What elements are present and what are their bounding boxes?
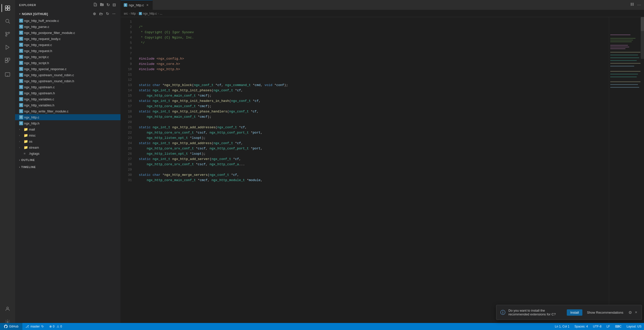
install-button[interactable]: Install xyxy=(567,309,582,316)
c-file-icon: C xyxy=(19,55,23,59)
file-item-ngx-http-request-c[interactable]: C ngx_http_request.c xyxy=(15,42,120,48)
file-item-ngx-upstream-c[interactable]: C ngx_http_upstream.c xyxy=(15,84,120,90)
outline-section[interactable]: › OUTLINE xyxy=(15,156,120,163)
new-file-btn[interactable]: ⊕ xyxy=(92,11,97,17)
eol-setting[interactable]: LF xyxy=(604,323,613,330)
sidebar-title: Explorer xyxy=(19,4,36,7)
code-line-29 xyxy=(135,167,609,172)
folder-misc-icon: 📁 xyxy=(24,133,28,137)
language-mode[interactable]: ⌨ C xyxy=(613,323,624,330)
file-item-ngx-http-script-h[interactable]: C ngx_http_script.h xyxy=(15,60,120,66)
editor-area: C ngx_http.c × ··· src › http xyxy=(121,0,644,330)
file-item-ngx-variables-c[interactable]: C ngx_http_variables.c xyxy=(15,96,120,102)
folder-stream[interactable]: › 📁 stream xyxy=(15,144,120,150)
search-icon[interactable] xyxy=(2,15,14,27)
outline-chevron: › xyxy=(19,159,20,161)
sync-icon: ↻ xyxy=(41,325,44,328)
notification-gear-icon[interactable]: ⚙ xyxy=(628,310,632,315)
code-line-31: ngx_http_core_main_conf_t *cmcf, ngx_htt… xyxy=(135,178,609,183)
file-item-ngx-http-parse[interactable]: C ngx_http_parse.c xyxy=(15,24,120,30)
file-item-ngx-http-postpone[interactable]: C ngx_http_postpone_filter_module.c xyxy=(15,30,120,36)
file-item-ngx-http-huff-encode[interactable]: C ngx_http_huff_encode.c xyxy=(15,18,120,24)
code-line-28: ngx_http_core_srv_conf_t *cscf, ngx_http… xyxy=(135,162,609,167)
c-file-icon: C xyxy=(19,115,23,119)
warnings-icon: ⚠ xyxy=(57,325,59,328)
folder-chevron: › xyxy=(19,146,23,149)
encoding-text: UTF-8 xyxy=(593,325,601,328)
file-item-ngx-upstream-h[interactable]: C ngx_http_upstream.h xyxy=(15,90,120,96)
c-file-icon: C xyxy=(19,31,23,35)
breadcrumb-http[interactable]: http xyxy=(131,12,136,15)
source-control-icon[interactable] xyxy=(2,28,14,40)
show-recommendations-button[interactable]: Show Recommendations xyxy=(584,309,626,316)
cursor-position[interactable]: Ln 1, Col 1 xyxy=(552,323,572,330)
split-editor-icon[interactable] xyxy=(629,1,635,9)
svg-line-5 xyxy=(9,22,10,23)
remote-explorer-icon[interactable] xyxy=(2,68,14,80)
errors-status[interactable]: ⊗ 0 ⚠ 0 xyxy=(47,323,64,330)
file-item-ngx-http-h[interactable]: C ngx_http.h xyxy=(15,120,120,126)
refresh-btn[interactable]: ↻ xyxy=(105,11,110,17)
github-status-button[interactable]: GitHub xyxy=(0,323,22,330)
breadcrumb-sep-1: › xyxy=(129,12,130,15)
code-area: 12345 678910 1112131415 1617181920 21222… xyxy=(121,17,644,330)
code-line-22: ngx_http_core_srv_conf_t *cscf, ngx_http… xyxy=(135,130,609,135)
timeline-section[interactable]: › TIMELINE xyxy=(15,163,120,171)
breadcrumb-src[interactable]: src xyxy=(124,12,128,15)
layout-setting[interactable]: Layout: US xyxy=(624,323,644,330)
github-label: GitHub xyxy=(9,325,18,328)
file-item-ngx-variables-h[interactable]: C ngx_http_variables.h xyxy=(15,102,120,108)
more-tabs-icon[interactable]: ··· xyxy=(636,1,642,9)
repo-header[interactable]: ▾ NGINX [GITHUB] ⊕ 🗁 ↻ ··· xyxy=(15,10,120,18)
tab-file-icon: C xyxy=(124,3,127,7)
folder-misc[interactable]: › 📁 misc xyxy=(15,132,120,138)
code-line-30: static char *ngx_http_merge_servers(ngx_… xyxy=(135,172,609,178)
code-line-12 xyxy=(135,77,609,82)
file-hgtags[interactable]: › ≡ .hgtags xyxy=(15,150,120,156)
account-icon[interactable] xyxy=(2,303,14,315)
new-folder-icon[interactable] xyxy=(99,2,104,8)
file-item-ngx-http-request-body[interactable]: C ngx_http_request_body.c xyxy=(15,36,120,42)
hgtags-icon: ≡ xyxy=(24,152,28,155)
more-btn[interactable]: ··· xyxy=(111,11,116,17)
c-file-icon: C xyxy=(19,67,23,71)
folder-stream-icon: 📁 xyxy=(24,145,28,149)
code-line-25: ngx_http_core_srv_conf_t *cscf, ngx_http… xyxy=(135,146,609,151)
c-file-icon: C xyxy=(19,85,23,89)
notification-close-button[interactable]: × xyxy=(634,310,638,315)
file-item-ngx-upstream-rr-h[interactable]: C ngx_http_upstream_round_robin.h xyxy=(15,78,120,84)
file-item-ngx-http-c[interactable]: C ngx_http.c xyxy=(15,114,120,120)
file-item-ngx-http-script-c[interactable]: C ngx_http_script.c xyxy=(15,54,120,60)
breadcrumb-c-icon: C xyxy=(139,12,142,15)
file-item-ngx-upstream-rr-c[interactable]: C ngx_http_upstream_round_robin.c xyxy=(15,72,120,78)
svg-rect-35 xyxy=(610,84,638,85)
c-file-icon: C xyxy=(19,19,23,23)
cursor-text: Ln 1, Col 1 xyxy=(555,325,570,328)
activity-bar xyxy=(0,0,15,330)
file-item-ngx-http-special[interactable]: C ngx_http_special_response.c xyxy=(15,66,120,72)
breadcrumb-file[interactable]: C ngx_http.c xyxy=(139,12,157,15)
svg-rect-26 xyxy=(610,55,638,55)
run-debug-icon[interactable] xyxy=(2,41,14,53)
file-item-ngx-write-filter[interactable]: C ngx_http_write_filter_module.c xyxy=(15,108,120,114)
tab-close-button[interactable]: × xyxy=(145,3,149,8)
code-content[interactable]: /* * Copyright (C) Igor Sysoev * Copyrig… xyxy=(135,17,609,330)
new-folder-btn[interactable]: 🗁 xyxy=(98,11,104,17)
folder-os[interactable]: › 📁 os xyxy=(15,138,120,144)
folder-mail[interactable]: › 📁 mail xyxy=(15,126,120,132)
explorer-icon[interactable] xyxy=(2,2,14,14)
collapse-all-icon[interactable]: ⊟ xyxy=(112,2,116,8)
spaces-setting[interactable]: Spaces: 4 xyxy=(572,323,590,330)
extensions-icon[interactable] xyxy=(2,54,14,66)
branch-status[interactable]: ⎇ master ↻ xyxy=(22,323,47,330)
outline-label: OUTLINE xyxy=(21,158,35,161)
file-item-ngx-http-request-h[interactable]: C ngx_http_request.h xyxy=(15,48,120,54)
sidebar: Explorer ↻ ⊟ ▾ NGINX [GITHUB xyxy=(15,0,121,330)
code-line-20 xyxy=(135,119,609,125)
file-tree: C ngx_http_huff_encode.c C ngx_http_pars… xyxy=(15,18,120,330)
breadcrumb-symbol[interactable]: ... xyxy=(160,12,162,15)
encoding-setting[interactable]: UTF-8 xyxy=(590,323,604,330)
new-file-icon[interactable] xyxy=(93,2,98,8)
tab-ngx-http-c[interactable]: C ngx_http.c × xyxy=(121,0,153,10)
refresh-icon[interactable]: ↻ xyxy=(106,2,110,8)
